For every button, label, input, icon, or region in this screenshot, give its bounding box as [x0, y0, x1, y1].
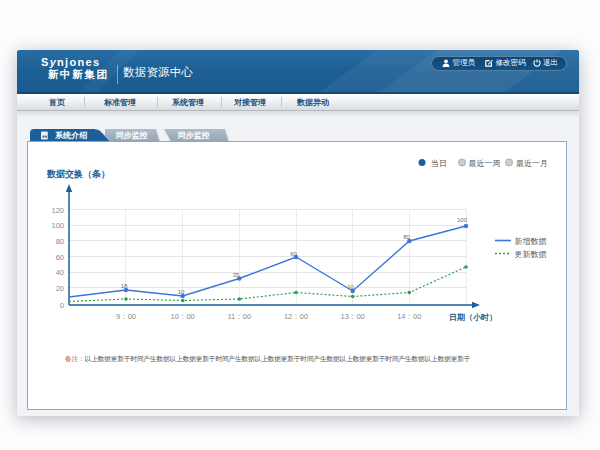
svg-text:80: 80 — [403, 234, 410, 240]
svg-text:0: 0 — [60, 301, 64, 310]
svg-text:9：00: 9：00 — [116, 312, 136, 321]
svg-text:12：00: 12：00 — [284, 312, 308, 321]
svg-text:备注：以上数据更新于时间产生数据以上数据更新于时间产生数据以: 备注：以上数据更新于时间产生数据以上数据更新于时间产生数据以上数据更新于时间产生… — [65, 355, 471, 363]
svg-text:40: 40 — [56, 268, 64, 277]
svg-text:14：00: 14：00 — [397, 312, 421, 321]
svg-text:11：00: 11：00 — [227, 312, 251, 321]
svg-text:系统介绍: 系统介绍 — [54, 130, 87, 140]
svg-text:120: 120 — [51, 206, 64, 215]
svg-text:10: 10 — [347, 284, 354, 290]
svg-text:60: 60 — [290, 251, 297, 257]
svg-text:80: 80 — [56, 237, 64, 246]
svg-text:60: 60 — [56, 253, 64, 262]
svg-text:同步监控: 同步监控 — [116, 131, 148, 140]
svg-text:更新数据: 更新数据 — [515, 250, 547, 259]
svg-text:数据交换（条）: 数据交换（条） — [46, 169, 110, 179]
svg-text:10: 10 — [178, 289, 185, 295]
svg-text:同步监控: 同步监控 — [178, 131, 210, 140]
svg-text:日期（小时）: 日期（小时） — [449, 313, 497, 322]
svg-text:18: 18 — [121, 283, 128, 289]
svg-text:100: 100 — [51, 221, 64, 230]
svg-text:当日: 当日 — [431, 159, 447, 168]
svg-text:13：00: 13：00 — [341, 312, 365, 321]
svg-text:新增数据: 新增数据 — [515, 237, 547, 246]
svg-text:100: 100 — [457, 217, 468, 223]
svg-text:20: 20 — [56, 284, 64, 293]
svg-text:10：00: 10：00 — [171, 312, 195, 321]
svg-text:35: 35 — [233, 272, 240, 278]
svg-text:最近一月: 最近一月 — [516, 159, 548, 168]
svg-text:最近一周: 最近一周 — [469, 159, 501, 168]
